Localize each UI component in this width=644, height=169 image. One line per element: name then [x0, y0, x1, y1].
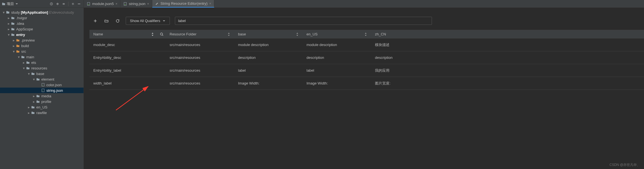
tree-item-label: color.json [46, 83, 62, 87]
col-name-label: Name [93, 32, 103, 36]
tree-item-rawfile[interactable]: ▸rawfile [0, 110, 84, 115]
sidebar: 项目 ▾study [MyApplication] E\deveco\study… [0, 0, 84, 169]
tree-item-src[interactable]: ▾src [0, 49, 84, 54]
tree-item--idea[interactable]: ▸.idea [0, 21, 84, 26]
tree-item-label: en_US [36, 105, 47, 109]
cell-zh: 我的应用 [371, 68, 439, 73]
cell-folder: src/main/resources [166, 81, 234, 85]
refresh-button[interactable] [115, 18, 121, 24]
tree-item--hvigor[interactable]: ▸.hvigor [0, 15, 84, 21]
folder-icon [31, 105, 35, 109]
tree-item-build[interactable]: ▸build [0, 43, 84, 49]
tree-item-profile[interactable]: ▸profile [0, 99, 84, 104]
project-label: 项目 [7, 1, 14, 6]
col-zh-label: zh_CN [375, 32, 386, 36]
qualifier-label: Show All Qualifiers [130, 19, 160, 23]
tree-item-ets[interactable]: ▸ets [0, 60, 84, 65]
json-icon [123, 2, 127, 6]
tree-item-color-json[interactable]: color.json [0, 82, 84, 88]
folder-icon [36, 77, 40, 81]
tree-root[interactable]: ▾study [MyApplication] E\deveco\study [0, 9, 84, 15]
folder-icon [41, 88, 45, 93]
settings-button[interactable] [70, 1, 76, 7]
sort-icon[interactable] [227, 32, 230, 36]
editor-toolbar: Show All Qualifiers [84, 13, 644, 30]
svg-point-7 [42, 91, 43, 91]
tree-item-label: base [36, 72, 44, 76]
table-row[interactable]: EntryAbility_descsrc/main/resourcesdescr… [89, 51, 644, 64]
close-icon[interactable]: × [147, 2, 149, 6]
close-icon[interactable]: × [115, 2, 117, 6]
table-row[interactable]: EntryAbility_labelsrc/main/resourceslabe… [89, 64, 644, 77]
folder-icon [41, 83, 45, 87]
tree-item-resources[interactable]: ▾resources [0, 65, 84, 71]
tab-2[interactable]: String Resource Editor(entry)× [152, 0, 214, 8]
svg-rect-3 [78, 4, 80, 4]
tree-item-label: rawfile [36, 111, 47, 115]
locate-button[interactable] [49, 1, 54, 7]
tab-label: string.json [129, 2, 145, 6]
chevron-down-icon [15, 2, 18, 6]
svg-point-2 [72, 3, 73, 4]
tree-item-main[interactable]: ▾main [0, 54, 84, 60]
cell-name: width_label [89, 81, 158, 85]
tree-item-label: string.json [46, 88, 63, 93]
cell-zh: 图片宽度: [371, 81, 439, 86]
tree-item-base[interactable]: ▾base [0, 71, 84, 76]
hide-button[interactable] [76, 1, 82, 7]
col-en-label: en_US [306, 32, 318, 36]
folder-button[interactable] [103, 18, 110, 24]
tree-item-en-us[interactable]: ▸en_US [0, 104, 84, 110]
collapse-button[interactable] [61, 1, 66, 7]
tree-item-appscope[interactable]: ▸AppScope [0, 26, 84, 32]
tree-item-label: build [21, 44, 29, 48]
cell-zh: description [371, 55, 439, 60]
tree-item-entry[interactable]: ▾entry [0, 32, 84, 37]
folder-icon [31, 110, 35, 115]
tree-item-string-json[interactable]: string.json [0, 88, 84, 93]
project-selector[interactable]: 项目 [2, 1, 18, 6]
close-icon[interactable]: × [209, 2, 211, 6]
search-input[interactable] [175, 17, 432, 25]
tree-item--preview[interactable]: ▸.preview [0, 37, 84, 43]
cell-base: description [234, 55, 303, 60]
expand-button[interactable] [55, 1, 60, 7]
tab-0[interactable]: module.json5× [84, 0, 120, 8]
cell-base: label [234, 68, 303, 73]
tree-item-element[interactable]: ▾element [0, 76, 84, 82]
svg-rect-4 [42, 83, 44, 86]
tree-item-label: resources [31, 66, 47, 70]
svg-rect-9 [124, 2, 127, 5]
cell-folder: src/main/resources [166, 43, 234, 47]
tree-item-media[interactable]: ▸media [0, 93, 84, 99]
tree-item-label: AppScope [16, 27, 33, 31]
table-row[interactable]: width_labelsrc/main/resourcesImage Width… [89, 77, 644, 90]
folder-icon [16, 49, 20, 54]
qualifier-dropdown[interactable]: Show All Qualifiers [126, 17, 170, 25]
cell-folder: src/main/resources [166, 55, 234, 60]
folder-icon [36, 99, 40, 104]
editor-tabs: module.json5×string.json×String Resource… [84, 0, 644, 8]
tab-1[interactable]: string.json× [120, 0, 152, 8]
project-tree: ▾study [MyApplication] E\deveco\study▸.h… [0, 8, 84, 169]
chevron-down-icon [162, 19, 166, 23]
folder-icon [11, 32, 15, 37]
col-base-label: base [238, 32, 246, 36]
sort-icon[interactable] [151, 32, 154, 36]
table-header: Name Resource Folder base [89, 30, 644, 38]
cell-base: Image Width: [234, 81, 303, 85]
svg-point-5 [42, 85, 43, 86]
cell-name: module_desc [89, 43, 158, 47]
sidebar-toolbar: 项目 [0, 0, 84, 8]
sort-icon[interactable] [296, 32, 299, 36]
sort-icon[interactable] [364, 32, 367, 36]
json-icon [87, 2, 91, 6]
tree-item-label: profile [41, 100, 51, 104]
search-icon[interactable] [160, 32, 164, 36]
tab-label: String Resource Editor(entry) [161, 1, 208, 6]
table-row[interactable]: module_descsrc/main/resourcesmodule desc… [89, 38, 644, 51]
svg-point-10 [160, 33, 163, 35]
tree-item-label: entry [16, 33, 25, 37]
folder-icon [26, 60, 30, 65]
add-button[interactable] [92, 18, 98, 24]
